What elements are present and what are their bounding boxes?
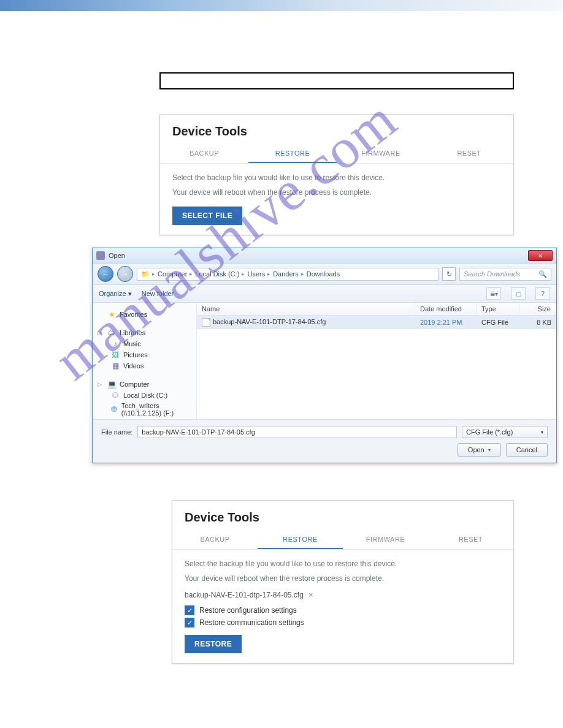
restore-config-label: Restore configuration settings: [199, 606, 297, 615]
restore-button[interactable]: RESTORE: [185, 635, 242, 653]
sidebar-music[interactable]: Music: [123, 340, 141, 347]
empty-outlined-box: [159, 72, 514, 89]
column-size[interactable]: Size: [519, 303, 556, 315]
breadcrumb[interactable]: 📁 ▸ Computer▸ Local Disk (C:)▸ Users▸ Da…: [137, 268, 439, 281]
refresh-button[interactable]: ↻: [442, 267, 456, 281]
sidebar-videos[interactable]: Videos: [123, 362, 144, 370]
crumb-localdisk[interactable]: Local Disk (C:): [195, 270, 239, 278]
tab-reset[interactable]: RESET: [428, 531, 513, 549]
sidebar-computer[interactable]: Computer: [120, 381, 149, 388]
help-icon[interactable]: ?: [535, 287, 550, 300]
crumb-computer[interactable]: Computer: [158, 270, 187, 278]
tab-backup[interactable]: BACKUP: [160, 145, 248, 163]
restore-instruction-2: Your device will reboot when the restore…: [185, 573, 501, 584]
file-date-cell: 2019 2:21 PM: [415, 318, 477, 327]
restore-comm-label: Restore communication settings: [199, 618, 304, 627]
file-list: Name Date modified Type Size backup-NAV-…: [197, 303, 556, 419]
disk-icon: ⛁: [111, 391, 120, 400]
file-type-cell: CFG File: [477, 318, 519, 327]
videos-icon: ▦: [111, 362, 120, 370]
column-name[interactable]: Name: [197, 303, 415, 315]
column-type[interactable]: Type: [477, 303, 519, 315]
folder-icon: 📁: [141, 270, 150, 278]
selected-file-name: backup-NAV-E-101-dtp-17-84-05.cfg: [185, 591, 304, 599]
panel-title: Device Tools: [172, 124, 501, 138]
libraries-icon: 🗂: [107, 328, 116, 337]
open-button[interactable]: Open▾: [458, 443, 501, 457]
sidebar-techwriters[interactable]: Tech_writers (\\10.1.2.125) (F:): [121, 402, 191, 417]
page-header-gradient: [0, 0, 563, 11]
file-size-cell: 8 KB: [519, 318, 556, 327]
view-options-icon[interactable]: ≣▾: [486, 287, 501, 300]
organize-menu[interactable]: Organize ▾: [99, 290, 132, 298]
chrome-icon: [96, 251, 105, 260]
nav-forward-button[interactable]: →: [117, 266, 133, 282]
dialog-title: Open: [109, 252, 125, 259]
device-tools-panel-2: Device Tools BACKUP RESTORE FIRMWARE RES…: [172, 500, 514, 664]
close-icon[interactable]: ✕: [528, 250, 553, 261]
checkbox-restore-comm[interactable]: ✓: [185, 618, 194, 628]
search-placeholder: Search Downloads: [464, 270, 520, 278]
column-date[interactable]: Date modified: [415, 303, 477, 315]
search-icon: 🔍: [538, 270, 547, 278]
sidebar-favorites[interactable]: Favorites: [120, 311, 147, 318]
music-icon: ♪: [111, 339, 120, 348]
file-name-cell: backup-NAV-E-101-DTP-17-84-05.cfg: [213, 318, 326, 325]
network-drive-icon: ⛃: [111, 405, 118, 414]
select-file-button[interactable]: SELECT FILE: [172, 207, 242, 225]
nav-back-button[interactable]: ←: [98, 266, 113, 282]
tab-reset[interactable]: RESET: [425, 145, 513, 163]
favorites-icon: ★: [107, 310, 116, 319]
file-icon: [202, 318, 210, 327]
file-name-input[interactable]: backup-NAV-E-101-DTP-17-84-05.cfg: [137, 426, 457, 438]
restore-instruction-1: Select the backup file you would like to…: [172, 172, 501, 183]
tab-firmware[interactable]: FIRMWARE: [343, 531, 428, 549]
file-open-dialog: Open ✕ ← → 📁 ▸ Computer▸ Local Disk (C:)…: [92, 248, 557, 463]
restore-instruction-2: Your device will reboot when the restore…: [172, 187, 501, 198]
tab-restore[interactable]: RESTORE: [258, 531, 343, 549]
restore-instruction-1: Select the backup file you would like to…: [185, 558, 501, 569]
file-name-label: File name:: [101, 428, 132, 436]
tab-restore[interactable]: RESTORE: [248, 145, 337, 163]
pictures-icon: 🖼: [111, 351, 120, 359]
checkbox-restore-config[interactable]: ✓: [185, 605, 194, 615]
file-row[interactable]: backup-NAV-E-101-DTP-17-84-05.cfg 2019 2…: [197, 316, 556, 329]
new-folder-button[interactable]: New folder: [142, 290, 174, 297]
folder-tree-sidebar: ★Favorites ▷🗂Libraries ♪Music 🖼Pictures …: [93, 303, 197, 419]
remove-file-icon[interactable]: ×: [308, 590, 313, 599]
crumb-downloads[interactable]: Downloads: [307, 270, 340, 278]
device-tools-panel-1: Device Tools BACKUP RESTORE FIRMWARE RES…: [159, 114, 514, 235]
computer-icon: 💻: [107, 380, 116, 389]
search-input[interactable]: Search Downloads 🔍: [459, 268, 551, 281]
tab-backup[interactable]: BACKUP: [172, 531, 258, 549]
sidebar-libraries[interactable]: Libraries: [120, 329, 145, 336]
tab-firmware[interactable]: FIRMWARE: [337, 145, 425, 163]
crumb-danders[interactable]: Danders: [273, 270, 299, 278]
crumb-users[interactable]: Users: [247, 270, 265, 278]
panel-title: Device Tools: [185, 510, 501, 525]
cancel-button[interactable]: Cancel: [506, 443, 548, 457]
preview-toggle-icon[interactable]: ▢: [511, 287, 526, 300]
sidebar-localdisk[interactable]: Local Disk (C:): [123, 392, 167, 399]
file-type-filter[interactable]: CFG File (*.cfg)▾: [462, 426, 548, 438]
sidebar-pictures[interactable]: Pictures: [123, 351, 148, 358]
